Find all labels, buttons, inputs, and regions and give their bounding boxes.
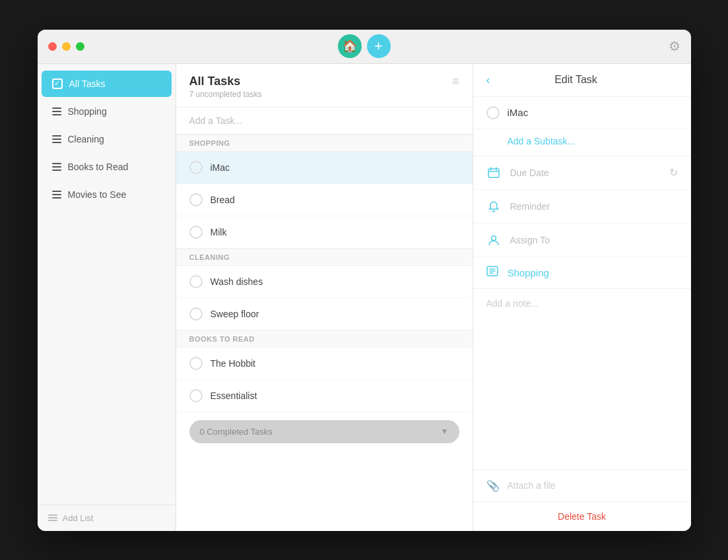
task-name-text[interactable]: iMac: [508, 107, 529, 118]
list-tag-label: Shopping: [508, 267, 549, 278]
note-placeholder: Add a note...: [486, 298, 539, 309]
sidebar-item-movies-to-see[interactable]: Movies to See: [42, 181, 172, 208]
calendar-icon: [486, 166, 501, 180]
edit-panel-header: ‹ Edit Task: [473, 64, 691, 97]
section-header-shopping: SHOPPING: [176, 135, 473, 152]
titlebar-center: 🏠 +: [338, 34, 391, 58]
task-item-sweep-floor[interactable]: Sweep floor: [176, 298, 473, 330]
main-content: All Tasks Shopping Cleaning: [38, 64, 691, 531]
maximize-button[interactable]: [76, 42, 84, 51]
traffic-lights: [48, 42, 84, 51]
sidebar: All Tasks Shopping Cleaning: [38, 64, 176, 531]
task-name-row: iMac: [473, 97, 691, 129]
add-button[interactable]: +: [367, 34, 391, 58]
bell-icon: [486, 199, 501, 214]
filter-icon[interactable]: ≡: [452, 75, 459, 88]
lines-icon: [52, 108, 61, 115]
task-list-header: All Tasks 7 uncompleted tasks ≡: [176, 64, 473, 108]
minimize-button[interactable]: [62, 42, 71, 51]
reminder-label: Reminder: [510, 201, 678, 212]
task-list-subtitle: 7 uncompleted tasks: [189, 90, 262, 99]
delete-task-button[interactable]: Delete Task: [473, 502, 691, 531]
sidebar-item-label: All Tasks: [69, 78, 106, 89]
task-label: iMac: [211, 162, 230, 173]
titlebar-right: ⚙: [669, 38, 680, 54]
section-header-books: BOOKS TO READ: [176, 330, 473, 348]
task-item-the-hobbit[interactable]: The Hobbit: [176, 348, 473, 380]
home-icon: 🏠: [343, 39, 357, 53]
task-label: Essentialist: [211, 390, 257, 401]
attach-label: Attach a file: [508, 480, 556, 491]
reminder-row[interactable]: Reminder: [473, 190, 691, 224]
task-list-title: All Tasks: [189, 75, 262, 88]
assign-to-row[interactable]: Assign To: [473, 224, 691, 257]
completed-tasks-bar[interactable]: 0 Completed Tasks ▼: [189, 420, 459, 443]
section-header-cleaning: CLEANING: [176, 249, 473, 266]
sidebar-item-label: Cleaning: [68, 134, 104, 144]
task-checkbox[interactable]: [189, 275, 203, 288]
task-list: All Tasks 7 uncompleted tasks ≡ Add a Ta…: [176, 64, 473, 531]
svg-rect-0: [488, 169, 499, 177]
sidebar-item-all-tasks[interactable]: All Tasks: [42, 71, 172, 97]
note-area[interactable]: Add a note...: [473, 289, 691, 470]
task-item-essentialist[interactable]: Essentialist: [176, 380, 473, 412]
svg-point-1: [491, 235, 496, 240]
add-list-button[interactable]: Add List: [38, 505, 176, 531]
task-name-checkbox[interactable]: [486, 106, 500, 119]
add-task-placeholder: Add a Task...: [189, 115, 243, 126]
sidebar-item-shopping[interactable]: Shopping: [42, 98, 172, 125]
edit-panel-title: Edit Task: [498, 74, 654, 86]
task-label: Bread: [211, 195, 235, 205]
add-list-label: Add List: [63, 513, 94, 523]
add-subtask-button[interactable]: Add a Subtask...: [473, 129, 691, 156]
due-date-row[interactable]: Due Date ↻: [473, 156, 691, 190]
add-task-input[interactable]: Add a Task...: [176, 108, 473, 135]
lines-icon: [52, 135, 61, 143]
assign-to-label: Assign To: [510, 235, 678, 245]
task-item-milk[interactable]: Milk: [176, 216, 473, 249]
close-button[interactable]: [48, 42, 57, 51]
task-item-imac[interactable]: iMac: [176, 152, 473, 184]
main-window: 🏠 + ⚙ All Tasks: [38, 30, 691, 531]
settings-icon[interactable]: ⚙: [669, 39, 680, 53]
person-icon: [486, 233, 501, 247]
task-checkbox[interactable]: [189, 307, 203, 321]
sidebar-item-label: Movies to See: [68, 189, 127, 200]
sidebar-item-label: Books to Read: [68, 162, 129, 172]
task-checkbox[interactable]: [189, 226, 203, 239]
task-checkbox[interactable]: [189, 389, 203, 402]
completed-tasks-label: 0 Completed Tasks: [200, 427, 273, 437]
sidebar-item-label: Shopping: [68, 106, 107, 117]
list-tag-row[interactable]: Shopping: [473, 257, 691, 289]
sidebar-item-cleaning[interactable]: Cleaning: [42, 126, 172, 152]
plus-icon: +: [374, 38, 383, 55]
lines-icon: [52, 163, 61, 171]
task-label: Wash dishes: [211, 276, 263, 287]
task-checkbox[interactable]: [189, 357, 203, 370]
edit-panel: ‹ Edit Task iMac Add a Subtask...: [473, 64, 691, 531]
paperclip-icon: 📎: [486, 480, 500, 492]
home-button[interactable]: 🏠: [338, 34, 362, 58]
chevron-down-icon: ▼: [441, 427, 449, 436]
list-icon: [486, 265, 498, 280]
due-date-label: Due Date: [510, 168, 660, 178]
task-label: Sweep floor: [211, 309, 259, 319]
task-label: The Hobbit: [211, 358, 255, 369]
sidebar-item-books-to-read[interactable]: Books to Read: [42, 154, 172, 180]
checkbox-icon: [52, 78, 63, 89]
refresh-icon[interactable]: ↻: [669, 166, 678, 179]
titlebar: 🏠 + ⚙: [38, 30, 691, 64]
lines-icon: [52, 191, 61, 199]
attach-row[interactable]: 📎 Attach a file: [473, 470, 691, 502]
task-checkbox[interactable]: [189, 193, 203, 206]
task-item-bread[interactable]: Bread: [176, 184, 473, 216]
task-item-wash-dishes[interactable]: Wash dishes: [176, 266, 473, 298]
task-checkbox[interactable]: [189, 161, 203, 174]
task-label: Milk: [211, 227, 227, 237]
add-list-icon: [48, 514, 57, 521]
task-list-scroll[interactable]: SHOPPING iMac Bread Milk CLEANING: [176, 135, 473, 531]
back-button[interactable]: ‹: [486, 73, 490, 87]
